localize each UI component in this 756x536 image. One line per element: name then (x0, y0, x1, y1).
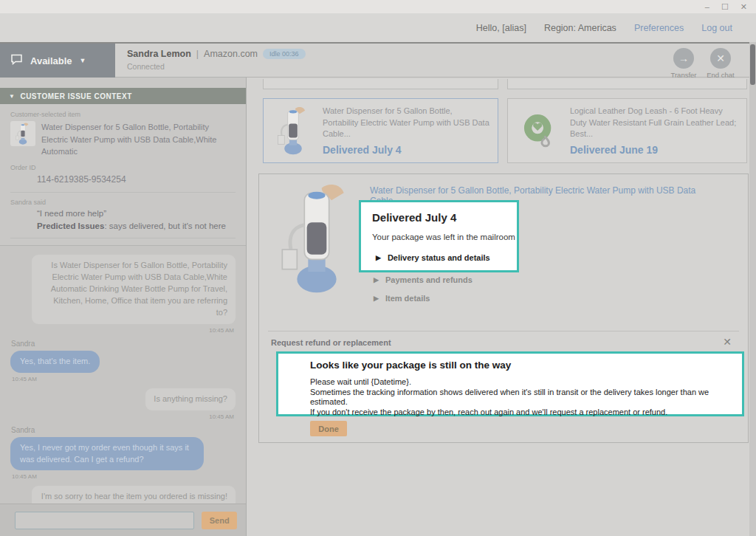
triangle-right-icon: ▶ (376, 254, 381, 261)
delivery-status-text: Delivered July 4 (372, 211, 517, 224)
partial-card (263, 79, 498, 89)
predicted-issues-text: : says delivered, but it's not here (104, 221, 226, 230)
refund-headline: Looks like your package is still on the … (310, 360, 742, 371)
triangle-right-icon: ▶ (374, 295, 379, 302)
transfer-button[interactable]: → Transfer (667, 48, 700, 79)
agent-message: Is Water Dispenser for 5 Gallon Bottle, … (32, 255, 236, 324)
customer-message: Yes, that's the item. (10, 351, 100, 373)
delivery-expander-label: Delivery status and details (388, 253, 490, 262)
refund-message-highlight: Looks like your package is still on the … (276, 351, 744, 416)
predicted-issues-label: Predicted Issues (37, 221, 104, 230)
product-thumbnail (10, 121, 35, 146)
sender-label: Sandra (11, 426, 236, 434)
timestamp: 10:45 AM (209, 327, 234, 334)
customer-quote: “I need more help” (37, 209, 236, 218)
product-image-water-dispenser-large (280, 183, 354, 297)
divider (10, 192, 236, 193)
predicted-issues: Predicted Issues: says delivered, but it… (37, 221, 236, 230)
context-header-toggle[interactable]: ▼ CUSTOMER ISSUE CONTEXT (0, 88, 246, 104)
item-details-expander-label: Item details (385, 294, 430, 303)
chat-input-bar: Send (0, 504, 246, 536)
chevron-down-icon: ▼ (80, 57, 86, 64)
agent-message: I'm so sorry to hear the item you ordere… (32, 486, 236, 504)
order-card-title: Water Dispenser for 5 Gallon Bottle, Por… (323, 106, 490, 141)
site-name: Amazon.com (204, 49, 258, 59)
done-button[interactable]: Done (310, 421, 347, 436)
chat-bubble-icon (10, 54, 23, 68)
customer-session-info: Sandra Lemon | Amazon.com Idle 00:36 Con… (127, 49, 306, 71)
delivery-status-expander[interactable]: ▶ Delivery status and details (376, 253, 517, 262)
order-id-value: 114-6219385-9534254 (37, 174, 236, 185)
region-text: Region: Americas (544, 23, 616, 33)
chat-input[interactable] (15, 512, 194, 529)
delivery-note: Your package was left in the mailroom (372, 233, 517, 241)
greeting-text: Hello, [alias] (476, 23, 526, 33)
order-card-title: Logical Leather Dog Leash - 6 Foot Heavy… (570, 106, 739, 141)
scrollbar-thumb[interactable] (750, 44, 755, 85)
delivery-status-highlight: Delivered July 4 Your package was left i… (359, 200, 519, 272)
sandra-said-label: Sandra said (10, 199, 236, 206)
refund-line: If you don't receive the package by then… (310, 408, 742, 418)
maximize-icon[interactable]: ☐ (721, 3, 729, 11)
customer-message: Yes, I never got my order even though it… (10, 437, 204, 471)
separator: | (196, 49, 199, 59)
preferences-link[interactable]: Preferences (634, 23, 684, 33)
send-button[interactable]: Send (202, 512, 237, 529)
timestamp: 10:45 AM (12, 473, 37, 480)
timestamp: 10:45 AM (12, 376, 37, 382)
availability-dropdown[interactable]: Available ▼ (0, 44, 115, 78)
arrow-right-icon: → (678, 52, 689, 64)
end-chat-button[interactable]: ✕ End chat (704, 48, 737, 79)
payments-refunds-expander[interactable]: ▶ Payments and refunds (374, 275, 472, 284)
order-detail-card: Water Dispenser for 5 Gallon Bottle, Por… (258, 173, 749, 443)
minimize-icon[interactable]: – (705, 3, 709, 11)
customer-issue-panel: ▼ CUSTOMER ISSUE CONTEXT Customer-select… (0, 78, 247, 536)
idle-badge: Idle 00:36 (263, 49, 306, 59)
agent-message: Is anything missing? (145, 388, 236, 410)
timestamp: 10:45 AM (209, 413, 234, 420)
context-title: CUSTOMER ISSUE CONTEXT (20, 92, 131, 100)
account-bar: Hello, [alias] Region: Americas Preferen… (0, 13, 756, 42)
title-bar: – ☐ ✕ (0, 0, 756, 13)
logout-link[interactable]: Log out (701, 23, 732, 33)
vertical-scrollbar[interactable] (749, 42, 756, 536)
availability-label: Available (30, 55, 72, 66)
delivery-status-link[interactable]: Delivered July 4 (323, 144, 490, 156)
partial-card (507, 79, 747, 89)
agent-header: Available ▼ Sandra Lemon | Amazon.com Id… (0, 42, 756, 78)
product-image-dog-leash (518, 109, 560, 153)
item-label: Customer-selected item (10, 111, 236, 118)
item-details-expander[interactable]: ▶ Item details (374, 294, 430, 303)
refund-line: Please wait until {Datetime}. (310, 377, 742, 388)
order-card-water-dispenser[interactable]: Water Dispenser for 5 Gallon Bottle, Por… (263, 98, 498, 163)
refund-line: Sometimes the tracking information shows… (310, 388, 742, 408)
order-card-dog-leash[interactable]: Logical Leather Dog Leash - 6 Foot Heavy… (507, 98, 747, 163)
sender-label: Sandra (11, 340, 236, 348)
close-icon[interactable]: ✕ (723, 336, 732, 348)
order-id-label: Order ID (10, 164, 236, 171)
order-workspace: Water Dispenser for 5 Gallon Bottle, Por… (247, 78, 749, 536)
payments-expander-label: Payments and refunds (385, 275, 472, 284)
connection-status: Connected (127, 62, 306, 71)
chat-transcript: Is Water Dispenser for 5 Gallon Bottle, … (0, 245, 246, 504)
close-icon[interactable]: ✕ (740, 3, 747, 11)
refund-section-title: Request refund or replacement (271, 338, 391, 347)
selected-item-title: Water Dispenser for 5 Gallon Bottle, Por… (41, 121, 236, 158)
delivery-status-link[interactable]: Delivered June 19 (570, 144, 739, 156)
context-body: Customer-selected item Water Dispenser f… (0, 104, 246, 268)
divider (268, 331, 739, 331)
x-icon: ✕ (716, 52, 725, 64)
triangle-right-icon: ▶ (374, 276, 379, 284)
chevron-down-icon: ▼ (9, 93, 15, 100)
product-image-water-dispenser (274, 106, 312, 155)
divider (10, 238, 236, 238)
customer-name: Sandra Lemon (127, 49, 191, 59)
